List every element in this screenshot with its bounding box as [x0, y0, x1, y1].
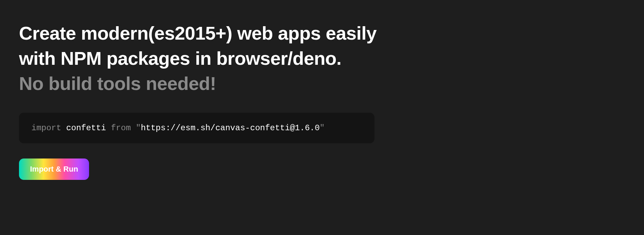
- code-quote-open: ": [136, 123, 140, 133]
- heading-line-1: Create modern(es2015+) web apps easily: [19, 21, 625, 46]
- code-identifier: confetti: [66, 123, 106, 133]
- import-run-button[interactable]: Import & Run: [19, 159, 89, 180]
- code-url: https://esm.sh/canvas-confetti@1.6.0: [141, 123, 320, 133]
- code-snippet: import confetti from "https://esm.sh/can…: [19, 113, 374, 144]
- code-keyword-import: import: [31, 123, 61, 133]
- code-keyword-from: from: [111, 123, 131, 133]
- hero-heading: Create modern(es2015+) web apps easily w…: [19, 21, 625, 96]
- heading-line-2: with NPM packages in browser/deno.: [19, 46, 625, 71]
- heading-subtext: No build tools needed!: [19, 71, 625, 96]
- code-quote-close: ": [320, 123, 324, 133]
